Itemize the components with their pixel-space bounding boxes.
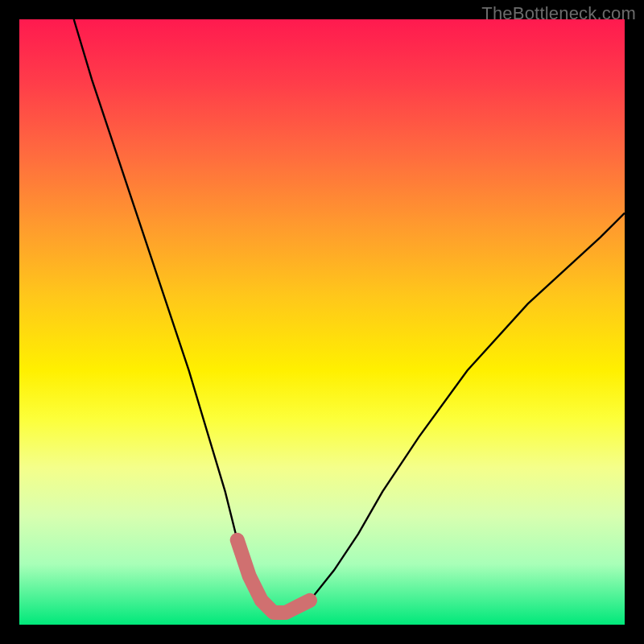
chart-svg xyxy=(19,19,625,625)
highlight-line xyxy=(237,540,310,613)
curve-line xyxy=(74,19,625,613)
chart-area xyxy=(19,19,625,625)
